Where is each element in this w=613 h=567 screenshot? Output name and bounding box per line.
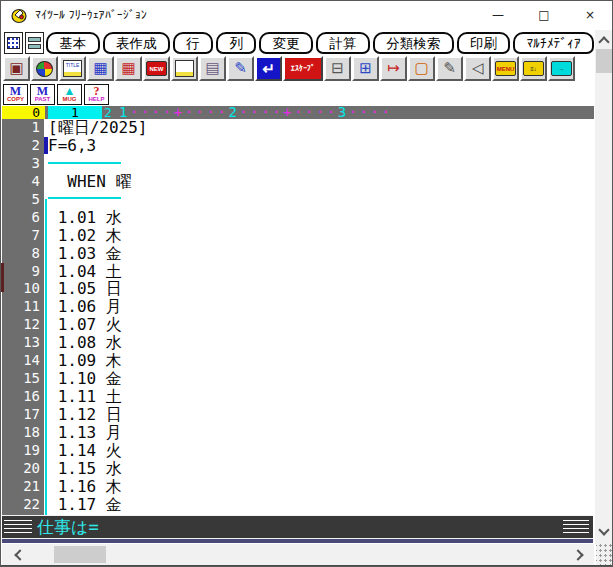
app-window: ﾏｲﾂｰﾙ ﾌﾘｰｳｪｱﾊﾞｰｼﾞｮﾝ — □ × 基本表作成行列変更計算分類検…	[0, 0, 613, 567]
floppy-save-icon[interactable]: ▦	[115, 56, 142, 81]
tab-print[interactable]: 印刷	[457, 32, 511, 54]
vertical-scrollbar[interactable]	[595, 30, 613, 544]
laptop-icon-glyph: ⊟	[331, 61, 344, 76]
menu-book-icon[interactable]: MENU	[492, 56, 519, 81]
row-header-cell: 0	[2, 106, 45, 119]
mug-button-row: MCOPYMPAST▲MUG?HELP	[2, 84, 594, 106]
tab-multimedia[interactable]: ﾏﾙﾁﾒﾃﾞｨｱ	[513, 32, 594, 54]
text-line: 1.02 木	[44, 227, 595, 245]
text-line: 1.10 金	[44, 370, 595, 388]
mug-button-label: ▲	[64, 86, 76, 96]
line-number: 3	[2, 155, 44, 173]
maximize-button[interactable]: □	[521, 1, 567, 29]
horizontal-scrollbar[interactable]	[2, 544, 594, 565]
text-lines: [曜日/2025]F=6,3 WHEN 曜 1.01 水 1.02 木 1.03…	[44, 119, 595, 514]
row-bars-icon[interactable]	[25, 32, 44, 54]
pencil-icon[interactable]: ✎	[436, 56, 463, 81]
m-paste-button[interactable]: MPAST	[30, 84, 55, 105]
title-bar: ﾏｲﾂｰﾙ ﾌﾘｰｳｪｱﾊﾞｰｼﾞｮﾝ — □ ×	[2, 1, 613, 29]
tab-calc[interactable]: 計算	[316, 32, 370, 54]
tab-row[interactable]: 行	[173, 32, 213, 54]
text-line: 1.03 金	[44, 245, 595, 263]
help-button[interactable]: ?HELP	[84, 84, 109, 105]
document-icon[interactable]	[171, 56, 198, 81]
window-grid-icon[interactable]: ⊞	[352, 56, 379, 81]
line-number: 2	[2, 137, 44, 155]
line-number: 9	[2, 263, 44, 281]
flash-doc-icon[interactable]: ▢	[408, 56, 435, 81]
line-number: 18	[2, 424, 44, 442]
printer-pen-icon[interactable]: ✎	[227, 56, 254, 81]
m-copy-button-label: COPY	[7, 96, 24, 103]
laptop-icon[interactable]: ⊟	[324, 56, 351, 81]
grip-lines-left-icon	[4, 520, 32, 534]
pie-chart-icon[interactable]	[31, 56, 58, 81]
text-line	[44, 155, 595, 173]
window-style-icon[interactable]: ▣	[3, 56, 30, 81]
next-page-icon[interactable]: →	[548, 56, 575, 81]
scroll-left-icon[interactable]	[14, 549, 25, 560]
floppy-load-icon[interactable]: ▦	[87, 56, 114, 81]
scroll-up-icon[interactable]	[598, 36, 609, 47]
speaker-icon[interactable]: ◁	[464, 56, 491, 81]
m-paste-button-label: M	[37, 86, 48, 96]
scroll-down-icon[interactable]	[598, 524, 609, 535]
line-number: 8	[2, 245, 44, 263]
text-line: 1.14 火	[44, 442, 595, 460]
document-icon-glyph	[175, 60, 194, 77]
grid-glyph	[7, 37, 20, 49]
text-line: 1.12 日	[44, 406, 595, 424]
toolbar: ▣TITLE▦▦NEW▤✎↵ｴｽｹｰﾌﾟ⊟⊞↦▢✎◁MENU≡↓→	[2, 56, 594, 84]
tab-column[interactable]: 列	[216, 32, 256, 54]
new-file-icon[interactable]: NEW	[143, 56, 170, 81]
line-number: 6	[2, 209, 44, 227]
line-number: 17	[2, 406, 44, 424]
next-page-icon-glyph: →	[551, 61, 572, 76]
m-copy-button[interactable]: MCOPY	[3, 84, 28, 105]
line-number: 22	[2, 496, 44, 514]
line-number: 21	[2, 478, 44, 496]
bars-glyph	[28, 37, 41, 49]
cell-grid-icon[interactable]	[4, 32, 23, 54]
title-form-icon[interactable]: TITLE	[59, 56, 86, 81]
mug-button[interactable]: ▲MUG	[57, 84, 82, 105]
tab-basic[interactable]: 基本	[46, 32, 100, 54]
text-line: 1.15 水	[44, 460, 595, 478]
command-bar[interactable]: 仕事は=	[2, 515, 593, 539]
resize-grip[interactable]	[596, 544, 613, 565]
menu-tab-bar: 基本表作成行列変更計算分類検索印刷ﾏﾙﾁﾒﾃﾞｨｱ	[2, 30, 594, 56]
line-number: 20	[2, 460, 44, 478]
vertical-scroll-thumb[interactable]	[596, 49, 612, 73]
close-button[interactable]: ×	[567, 1, 613, 29]
pencil-icon-glyph: ✎	[443, 61, 456, 76]
scroll-right-icon[interactable]	[572, 549, 583, 560]
tab-table-create[interactable]: 表作成	[103, 32, 170, 54]
pie-chart-icon-glyph	[36, 61, 53, 77]
line-number-gutter: 12345678910111213141516171819202122	[2, 119, 44, 515]
text-line: 1.13 月	[44, 424, 595, 442]
tab-change[interactable]: 変更	[259, 32, 313, 54]
text-line: 1.08 水	[44, 334, 595, 352]
floppy-save-icon-glyph: ▦	[121, 61, 135, 76]
mug-button-label: MUG	[63, 96, 77, 103]
m-paste-button-label: PAST	[35, 96, 51, 103]
text-line: 1.11 土	[44, 388, 595, 406]
minimize-button[interactable]: —	[475, 1, 521, 29]
escape-key-button[interactable]: ｴｽｹｰﾌﾟ	[283, 56, 323, 81]
editor-content[interactable]: [曜日/2025]F=6,3 WHEN 曜 1.01 水 1.02 木 1.03…	[44, 119, 595, 515]
horizontal-scroll-thumb[interactable]	[54, 546, 106, 563]
text-line: 1.17 金	[44, 496, 595, 514]
tab-sort-search[interactable]: 分類検索	[373, 32, 454, 54]
text-line: 1.06 月	[44, 298, 595, 316]
text-line: 1.01 水	[44, 209, 595, 227]
line-number: 5	[2, 191, 44, 209]
printer-icon[interactable]: ▤	[199, 56, 226, 81]
line-number: 19	[2, 442, 44, 460]
list-down-icon[interactable]: ≡↓	[520, 56, 547, 81]
line-number: 7	[2, 227, 44, 245]
return-key-button[interactable]: ↵	[255, 56, 282, 81]
insert-arrow-icon[interactable]: ↦	[380, 56, 407, 81]
line-number: 11	[2, 298, 44, 316]
title-form-icon-glyph: TITLE	[63, 60, 82, 77]
text-line: 1.07 火	[44, 316, 595, 334]
